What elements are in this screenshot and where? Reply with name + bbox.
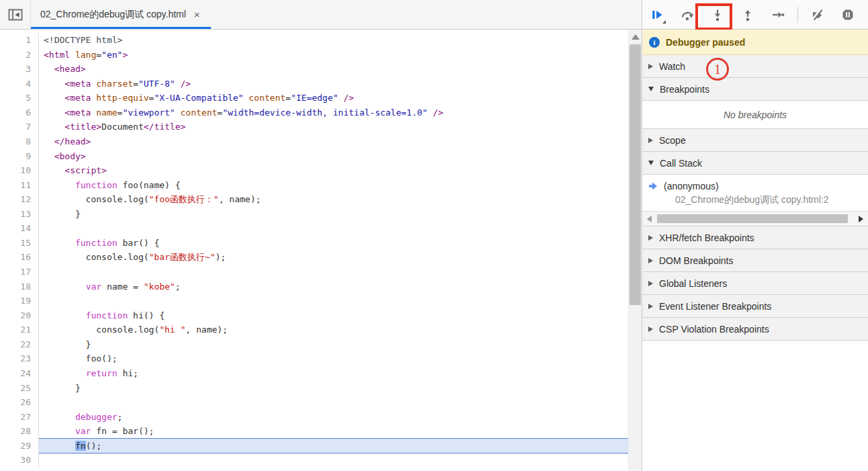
line-number[interactable]: 10 [0,163,39,178]
code-token: console.log( [44,252,149,262]
line-number[interactable]: 19 [0,294,39,308]
step-out-button[interactable] [737,4,758,26]
line-number[interactable]: 7 [0,120,39,134]
pause-on-exceptions-button[interactable] [837,4,859,26]
line-number[interactable]: 30 [0,453,39,468]
section-label: Breakpoints [660,84,709,95]
code-text[interactable]: console.log("hi ", name); [39,323,628,337]
code-text[interactable] [39,453,628,468]
code-text[interactable]: } [39,207,628,222]
code-text[interactable] [39,265,628,280]
code-token: bar() { [118,238,160,248]
line-number[interactable]: 22 [0,337,39,352]
scrollbar-thumb[interactable] [630,44,641,305]
code-text[interactable]: } [39,381,628,396]
line-number[interactable]: 24 [0,366,39,381]
code-text[interactable]: <head> [39,62,628,77]
code-text[interactable]: <meta name="viewport" content="width=dev… [39,105,628,120]
line-number[interactable]: 27 [0,410,39,425]
line-number[interactable]: 9 [0,149,39,164]
line-number[interactable]: 18 [0,280,39,294]
code-text[interactable] [39,294,628,308]
line-number[interactable]: 28 [0,424,39,439]
step-over-button[interactable] [677,4,698,26]
code-token: (); [86,441,101,451]
code-token [44,282,86,292]
code-text[interactable]: <!DOCTYPE html> [39,33,628,48]
code-text[interactable]: fn(); [39,439,628,454]
line-number[interactable]: 14 [0,221,39,236]
code-text[interactable]: function bar() { [39,236,628,251]
deactivate-breakpoints-icon [811,8,824,22]
line-number[interactable]: 12 [0,192,39,207]
tab-source-file[interactable]: 02_Chrome的debug调试 copy.html × [31,0,211,29]
section-csp-violation-breakpoints[interactable]: CSP Violation Breakpoints [642,318,868,341]
code-text[interactable]: console.log("foo函数执行：", name); [39,192,628,207]
step-over-icon [681,8,694,22]
line-number[interactable]: 8 [0,134,39,149]
section-scope[interactable]: Scope [642,129,868,152]
section-watch[interactable]: Watch [642,55,868,78]
code-token: foo(); [44,353,118,363]
chevron-right-icon [648,258,653,263]
code-text[interactable]: <html lang="en"> [39,48,628,62]
deactivate-breakpoints-button[interactable] [807,4,828,26]
section-breakpoints[interactable]: Breakpoints [642,78,868,101]
code-text[interactable]: <meta charset="UTF-8" /> [39,77,628,91]
section-global-listeners[interactable]: Global Listeners [642,272,868,295]
scroll-up-arrow-icon[interactable] [632,34,640,40]
line-number[interactable]: 11 [0,178,39,193]
code-text[interactable]: console.log("bar函数执行~"); [39,250,628,265]
show-navigator-button[interactable] [0,0,31,29]
line-number[interactable]: 13 [0,207,39,222]
line-number[interactable]: 5 [0,91,39,105]
code-text[interactable]: debugger; [39,410,628,425]
code-token: } [44,209,81,219]
line-number[interactable]: 25 [0,381,39,396]
code-text[interactable]: foo(); [39,351,628,366]
line-number[interactable]: 3 [0,62,39,77]
code-text[interactable]: </head> [39,134,628,149]
line-number[interactable]: 20 [0,308,39,323]
step-button[interactable] [767,4,789,26]
line-number[interactable]: 2 [0,48,39,62]
code-text[interactable]: <meta http-equiv="X-UA-Compatible" conte… [39,91,628,105]
call-stack-frame[interactable]: (anonymous) [642,178,868,194]
sidebar-horizontal-scrollbar[interactable] [642,211,868,226]
line-number[interactable]: 21 [0,323,39,337]
line-number[interactable]: 26 [0,395,39,410]
editor-vertical-scrollbar[interactable] [628,30,642,471]
code-token: function [86,310,128,320]
code-text[interactable]: function foo(name) { [39,178,628,193]
scroll-left-arrow-icon[interactable] [647,216,652,222]
scroll-right-arrow-icon[interactable] [859,216,863,222]
step-into-button[interactable] [707,4,728,26]
code-text[interactable]: <body> [39,149,628,164]
line-number[interactable]: 1 [0,33,39,48]
line-number[interactable]: 16 [0,250,39,265]
code-text[interactable] [39,221,628,236]
line-number[interactable]: 4 [0,77,39,91]
close-icon[interactable]: × [193,9,202,20]
code-text[interactable]: } [39,337,628,352]
section-xhr-breakpoints[interactable]: XHR/fetch Breakpoints [642,226,868,249]
line-number[interactable]: 23 [0,351,39,366]
code-text[interactable]: return hi; [39,366,628,381]
line-number[interactable]: 6 [0,105,39,120]
section-event-listener-breakpoints[interactable]: Event Listener Breakpoints [642,295,868,318]
section-call-stack[interactable]: Call Stack [642,152,868,175]
resume-button[interactable] [646,4,668,26]
code-token: </title> [144,122,186,132]
line-number[interactable]: 17 [0,265,39,280]
code-text[interactable]: var fn = bar(); [39,424,628,439]
code-text[interactable]: <title>Document</title> [39,120,628,134]
line-number[interactable]: 29 [0,439,39,454]
code-text[interactable]: <script> [39,163,628,178]
code-text[interactable] [39,395,628,410]
code-line: 8 </head> [0,134,628,149]
code-text[interactable]: var name = "kobe"; [39,280,628,294]
section-dom-breakpoints[interactable]: DOM Breakpoints [642,249,868,272]
code-text[interactable]: function hi() { [39,308,628,323]
line-number[interactable]: 15 [0,236,39,251]
scrollbar-thumb[interactable] [657,214,848,223]
